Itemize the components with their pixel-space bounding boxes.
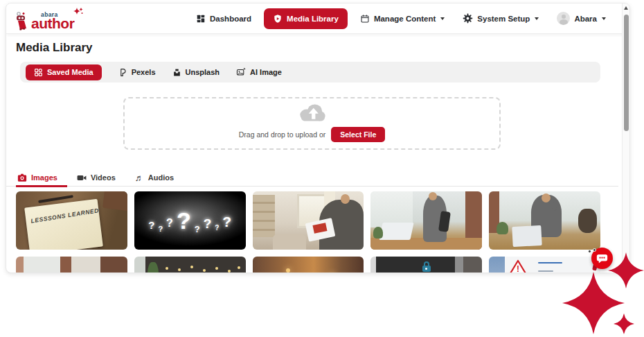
plant-shape [373, 227, 383, 239]
nav-system-setup-label: System Setup [477, 15, 530, 23]
camera-icon [17, 173, 27, 182]
nav-manage-content-label: Manage Content [374, 15, 436, 23]
avatar [557, 12, 570, 25]
media-type-tabs: Images Videos ♬ Audios [17, 170, 174, 185]
grid-icon [196, 14, 206, 24]
bag-shape [438, 211, 451, 232]
warning-triangle-icon: ! [509, 259, 527, 273]
mascot-eye-icon [588, 250, 591, 253]
category-grid-icon [34, 68, 43, 77]
shield-play-icon [273, 14, 283, 24]
laptop-shape [512, 225, 542, 247]
bookshelf-shape [253, 195, 275, 236]
thumbnail-question-marks[interactable]: ?? ?? ?? ?? [134, 191, 246, 250]
thumbnail-man-call-cafe[interactable] [489, 191, 600, 250]
tab-videos[interactable]: Videos [77, 170, 116, 185]
laptop-shape [379, 223, 413, 240]
upload-dropzone[interactable]: Drag and drop to upload or Select File [123, 97, 501, 150]
music-note-icon: ♬ [135, 173, 144, 182]
window-band-shape [489, 257, 505, 273]
brand-name: abara author [31, 6, 74, 31]
tabs-divider [6, 186, 618, 187]
background-people-shape [578, 209, 597, 233]
tab-videos-label: Videos [91, 173, 116, 182]
nav-media-library[interactable]: Media Library [264, 8, 348, 29]
upload-row: Drag and drop to upload or Select File [125, 127, 499, 142]
thumbnail-warm-interior[interactable] [253, 257, 364, 273]
red-doc-shape [312, 223, 327, 234]
tab-audios-label: Audios [148, 173, 174, 182]
chevron-down-icon [440, 17, 445, 20]
nav-manage-content[interactable]: Manage Content [355, 10, 450, 28]
image-sparkle-icon [236, 67, 246, 77]
note-paper [24, 199, 103, 250]
nav-system-setup[interactable]: System Setup [457, 9, 544, 28]
plant-shape [497, 222, 508, 234]
source-tab-bar: Saved Media Pexels Unsplash [20, 62, 600, 83]
image-grid-row-2: ! [16, 257, 600, 273]
active-tab-underline [16, 185, 67, 187]
couch-shape [273, 234, 306, 250]
page-title: Media Library [16, 41, 93, 55]
mascot-icon [15, 12, 30, 31]
main-nav: Dashboard Media Library [190, 8, 611, 29]
gear-icon [463, 13, 473, 24]
head-shape [341, 194, 350, 204]
book-shape [102, 191, 127, 210]
tab-unsplash-label: Unsplash [186, 68, 220, 76]
image-grid-row-1: LESSSONS LEARNED ?? ?? ?? ?? [16, 191, 600, 250]
pexels-p-icon [118, 68, 127, 77]
text-line-shape [538, 270, 554, 272]
select-file-button[interactable]: Select File [331, 127, 385, 142]
nav-user-menu[interactable]: Abara [551, 8, 611, 29]
chevron-down-icon [602, 17, 606, 20]
tab-audios[interactable]: ♬ Audios [135, 170, 174, 185]
head-shape [429, 192, 437, 200]
tab-unsplash[interactable]: Unsplash [172, 68, 220, 77]
calendar-icon [360, 14, 370, 24]
upload-drag-text: Drag and drop to upload or [239, 130, 326, 139]
string-lights-shape [166, 267, 168, 270]
vertical-scrollbar[interactable] [622, 3, 629, 273]
thumbnail-locked-screen[interactable] [370, 257, 482, 273]
tab-ai-image-label: AI Image [250, 68, 282, 76]
video-camera-icon [77, 174, 87, 182]
question-marks: ?? ?? ?? ?? [134, 191, 246, 250]
nav-dashboard-label: Dashboard [210, 15, 251, 23]
plant-shape [147, 262, 159, 273]
thumbnail-man-couch-laptop[interactable] [253, 191, 364, 250]
tab-pexels[interactable]: Pexels [118, 68, 156, 77]
thumbnail-cafe-string-lights[interactable] [134, 257, 246, 273]
mascot-eye-icon [593, 248, 596, 252]
brand-name-main: author [31, 16, 74, 31]
nav-dashboard[interactable]: Dashboard [190, 10, 257, 28]
tab-saved-media-label: Saved Media [47, 68, 93, 76]
light-shape [286, 268, 290, 273]
scrollbar-thumb[interactable] [624, 15, 629, 131]
svg-text:!: ! [517, 264, 519, 273]
app-window: abara author Dashboard [6, 3, 630, 273]
app-header: abara author Dashboard [6, 3, 629, 34]
nav-media-library-label: Media Library [287, 15, 339, 23]
thumbnail-cafe-window[interactable] [16, 257, 127, 273]
logo-sparkle-icon [73, 8, 83, 17]
tab-images[interactable]: Images [17, 170, 57, 185]
tab-pexels-label: Pexels [132, 68, 156, 76]
scroll-up-arrow-icon[interactable] [624, 6, 628, 10]
tab-saved-media[interactable]: Saved Media [26, 64, 102, 80]
thumbnail-lessons-learned[interactable]: LESSSONS LEARNED [16, 191, 127, 250]
page: abara author Dashboard [0, 0, 644, 337]
tab-ai-image[interactable]: AI Image [236, 67, 282, 77]
nav-user-label: Abara [574, 15, 597, 23]
text-line-shape [538, 262, 562, 263]
chevron-down-icon [535, 17, 539, 20]
cloud-upload-icon [296, 101, 328, 123]
thumbnail-man-phone-cafe[interactable] [370, 191, 482, 250]
chat-bubble-icon [596, 254, 608, 263]
tab-images-label: Images [31, 173, 57, 182]
brand-logo[interactable]: abara author [15, 6, 74, 31]
unsplash-tray-icon [172, 68, 181, 77]
